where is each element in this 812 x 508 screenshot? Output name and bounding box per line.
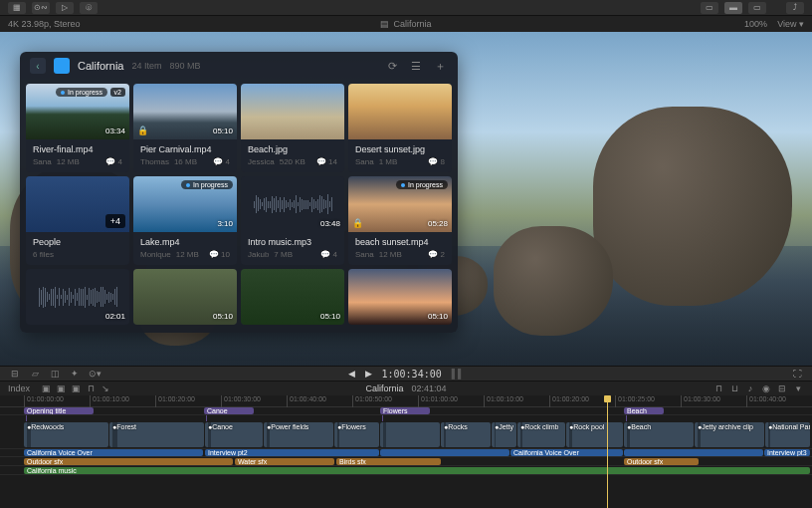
effects-icon[interactable]: ⦾ bbox=[80, 2, 98, 14]
sfx-clip[interactable]: Outdoor sfx bbox=[24, 458, 233, 465]
clip-label: ●National Park bbox=[768, 423, 810, 430]
enhance-icon[interactable]: ✦ bbox=[68, 369, 82, 380]
tile-size: 520 KB bbox=[280, 157, 305, 166]
media-tile[interactable]: In progress3:10 Lake.mp4 Monique 12 MB 💬… bbox=[133, 176, 237, 265]
media-tile[interactable]: 03:48 Intro music.mp3 Jakub 7 MB 💬 4 bbox=[241, 176, 344, 265]
media-tile[interactable]: In progressv203:34 River-final.mp4 Sana … bbox=[26, 84, 129, 172]
thumbnail: In progress🔒05:28 bbox=[348, 176, 452, 232]
play-prev-icon[interactable]: ◀ bbox=[348, 369, 355, 379]
ruler-tick: 01:00:20:00 bbox=[155, 395, 195, 407]
audio-clip[interactable] bbox=[624, 449, 763, 456]
connect-icon[interactable]: ⊓ bbox=[85, 383, 97, 393]
video-track[interactable]: ●Redwoods●Forest●Canoe●Power fields●Flow… bbox=[0, 421, 812, 449]
append-icon[interactable]: ▣ bbox=[55, 383, 67, 393]
media-tile[interactable]: 🔒05:10 Pier Carnival.mp4 Thomas 16 MB 💬 … bbox=[133, 84, 237, 172]
clip-label: ●Flowers bbox=[337, 423, 366, 430]
select-icon[interactable]: ▱ bbox=[28, 369, 42, 380]
video-clip[interactable]: ●Forest bbox=[109, 422, 204, 447]
clip-label: ●Rock climb bbox=[520, 423, 558, 430]
media-tile[interactable]: 05:10 bbox=[348, 269, 452, 325]
music-track[interactable]: California music bbox=[0, 467, 812, 475]
tile-size: 1 MB bbox=[379, 157, 398, 166]
snap-icon[interactable]: ⊓ bbox=[712, 383, 724, 393]
list-view-icon[interactable]: ☰ bbox=[408, 58, 424, 74]
media-tile[interactable]: 02:01 bbox=[26, 269, 129, 325]
media-tile[interactable]: 05:10 bbox=[133, 269, 237, 325]
audio-skim-icon[interactable]: ♪ bbox=[744, 383, 756, 393]
title-clip[interactable]: Flowers bbox=[380, 407, 430, 414]
keyword-icon[interactable]: ⊙∾ bbox=[32, 2, 50, 14]
play-button[interactable]: ▶ bbox=[365, 369, 372, 379]
secondary-bar: 4K 23.98p, Stereo ▤ California 100% View… bbox=[0, 16, 812, 32]
insert-icon[interactable]: ▣ bbox=[40, 383, 52, 393]
step-icon[interactable]: ▌▌ bbox=[452, 369, 465, 379]
skim-icon[interactable]: ⊔ bbox=[728, 383, 740, 393]
audio-clip[interactable]: Interview pt2 bbox=[205, 449, 379, 456]
tl-settings-icon[interactable]: ▾ bbox=[792, 383, 804, 393]
titles-track[interactable]: Opening titleCanoeFlowersBeach bbox=[0, 407, 812, 415]
zoom-label[interactable]: 100% bbox=[744, 19, 767, 29]
add-icon[interactable]: ＋ bbox=[432, 58, 448, 74]
layout-btn-2[interactable]: ▬ bbox=[724, 2, 742, 14]
dialogue-track[interactable]: California Voice OverInterview pt2Califo… bbox=[0, 449, 812, 457]
media-tile[interactable]: +4 People 6 files bbox=[26, 176, 129, 265]
thumbnail: 🔒05:10 bbox=[133, 84, 237, 139]
video-clip[interactable]: ●Rock pool bbox=[566, 422, 623, 447]
sfx-clip[interactable]: Birds sfx bbox=[336, 458, 441, 465]
video-clip[interactable] bbox=[380, 422, 440, 447]
library-icon[interactable]: ▦ bbox=[8, 2, 26, 14]
video-clip[interactable]: ●Beach bbox=[624, 422, 694, 447]
playhead[interactable] bbox=[607, 395, 608, 508]
video-clip[interactable]: ●Rock climb bbox=[517, 422, 565, 447]
video-clip[interactable]: ●Canoe bbox=[205, 422, 263, 447]
overwrite-icon[interactable]: ▣ bbox=[70, 383, 82, 393]
video-clip[interactable]: ●Jetty archive clip bbox=[695, 422, 764, 447]
video-clip[interactable]: ●Rocks bbox=[441, 422, 491, 447]
fullscreen-icon[interactable]: ⛶ bbox=[790, 369, 804, 380]
video-clip[interactable]: ●Flowers bbox=[334, 422, 379, 447]
video-clip[interactable]: ●Power fields bbox=[264, 422, 333, 447]
audio-clip[interactable] bbox=[380, 449, 509, 456]
snap2-icon[interactable]: ⊟ bbox=[776, 383, 788, 393]
crop-icon[interactable]: ◫ bbox=[48, 369, 62, 380]
sfx-clip[interactable]: Water sfx bbox=[235, 458, 334, 465]
trim-icon[interactable]: ⊟ bbox=[8, 369, 22, 380]
tool-icon[interactable]: ↘ bbox=[100, 383, 111, 393]
layout-btn-3[interactable]: ▭ bbox=[748, 2, 766, 14]
video-clip[interactable]: ●Jetty bbox=[492, 422, 516, 447]
media-tile[interactable]: 05:10 bbox=[241, 269, 344, 325]
title-clip[interactable]: Opening title bbox=[24, 407, 94, 414]
ruler-tick: 01:00:30:00 bbox=[681, 395, 720, 407]
video-clip[interactable]: ●Redwoods bbox=[24, 422, 108, 447]
thumbnail: 05:10 bbox=[241, 269, 344, 325]
audio-clip[interactable]: Interview pt3 bbox=[764, 449, 810, 456]
more-count-badge: +4 bbox=[105, 214, 125, 228]
media-tile[interactable]: In progress🔒05:28 beach sunset.mp4 Sana … bbox=[348, 176, 452, 265]
title-clip[interactable]: Canoe bbox=[204, 407, 254, 414]
sync-icon[interactable]: ⟳ bbox=[384, 58, 400, 74]
view-menu[interactable]: View ▾ bbox=[777, 19, 804, 29]
index-button[interactable]: Index bbox=[8, 383, 30, 393]
solo-icon[interactable]: ◉ bbox=[760, 383, 772, 393]
format-label: 4K 23.98p, Stereo bbox=[8, 19, 81, 29]
timeline[interactable]: 01:00:00:0001:00:10:0001:00:20:0001:00:3… bbox=[0, 395, 812, 508]
music-clip[interactable]: California music bbox=[24, 467, 810, 474]
browser-item-count: 24 Item bbox=[131, 61, 161, 71]
audio-clip[interactable]: California Voice Over bbox=[24, 449, 203, 456]
browser-back-button[interactable]: ‹ bbox=[30, 58, 46, 74]
sfx-clip[interactable]: Outdoor sfx bbox=[624, 458, 699, 465]
retime-icon[interactable]: ⊙▾ bbox=[88, 369, 102, 380]
media-tile[interactable]: Desert sunset.jpg Sana 1 MB 💬 8 bbox=[348, 84, 452, 172]
layout-btn-1[interactable]: ▭ bbox=[701, 2, 718, 14]
timeline-ruler[interactable]: 01:00:00:0001:00:10:0001:00:20:0001:00:3… bbox=[0, 395, 812, 407]
share-icon[interactable]: ⤴ bbox=[786, 2, 804, 14]
sfx-track[interactable]: Outdoor sfxWater sfxBirds sfxOutdoor sfx bbox=[0, 458, 812, 466]
media-tile[interactable]: Beach.jpg Jessica 520 KB 💬 14 bbox=[241, 84, 344, 172]
progress-badge: In progress bbox=[396, 180, 448, 189]
title-clip[interactable]: Beach bbox=[624, 407, 664, 414]
video-clip[interactable]: ●National Park bbox=[765, 422, 810, 447]
thumbnail: In progress3:10 bbox=[133, 176, 237, 232]
ruler-tick: 01:00:40:00 bbox=[746, 395, 786, 407]
filter-icon[interactable]: ▷ bbox=[56, 2, 74, 14]
film-icon: ▤ bbox=[380, 19, 389, 29]
